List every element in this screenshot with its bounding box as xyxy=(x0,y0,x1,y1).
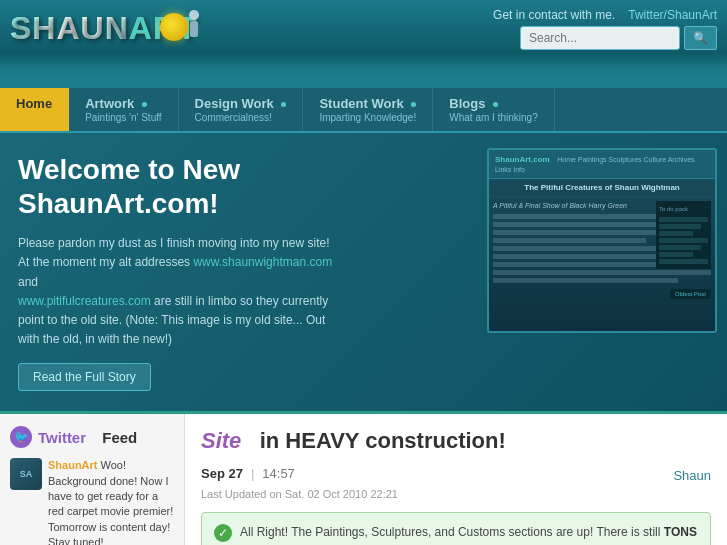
search-form: 🔍 xyxy=(520,26,717,50)
link-pitifulcreatures[interactable]: www.pitifulcreatures.com xyxy=(18,294,151,308)
site-header: SHAUNART Get in contact with me. Twitter… xyxy=(0,0,727,88)
screenshot-sidebar: To do pack xyxy=(656,201,711,269)
nav-dot-2 xyxy=(281,102,286,107)
tweet-content: ShaunArt Woo! Background done! Now I hav… xyxy=(48,458,174,545)
welcome-title: Welcome to New ShaunArt.com! xyxy=(18,153,298,220)
bottom-section: 🐦 Twitter Feed SA ShaunArt Woo! Backgrou… xyxy=(0,411,727,545)
nav-design-work[interactable]: Design Work Commercialness! xyxy=(179,88,304,131)
tweet-avatar: SA xyxy=(10,458,42,490)
welcome-section: Welcome to New ShaunArt.com! Please pard… xyxy=(0,133,727,411)
header-bottom-deco xyxy=(0,68,727,88)
search-button[interactable]: 🔍 xyxy=(684,26,717,50)
screenshot-inner: ShaunArt.com Home Paintings Sculptures C… xyxy=(489,150,715,331)
last-updated: Last Updated on Sat. 02 Oct 2010 22:21 xyxy=(201,488,711,500)
post-date: Sep 27 xyxy=(201,466,243,481)
main-nav: Home Artwork Paintings 'n' Stuff Design … xyxy=(0,88,727,133)
post-header: Sep 27 | 14:57 Shaun xyxy=(201,466,711,485)
nav-student-work[interactable]: Student Work Imparting Knowledge! xyxy=(303,88,433,131)
nav-dot xyxy=(142,102,147,107)
contact-text: Get in contact with me. Twitter/ShaunArt xyxy=(493,8,717,22)
notice-box: ✓ All Right! The Paintings, Sculptures, … xyxy=(201,512,711,545)
main-content: Site in HEAVY construction! Sep 27 | 14:… xyxy=(185,414,727,545)
nav-blogs[interactable]: Blogs What am I thinking? xyxy=(433,88,554,131)
nav-artwork[interactable]: Artwork Paintings 'n' Stuff xyxy=(69,88,178,131)
welcome-text-area: Welcome to New ShaunArt.com! Please pard… xyxy=(18,153,338,391)
nav-dot-4 xyxy=(493,102,498,107)
tweet-item: SA ShaunArt Woo! Background done! Now I … xyxy=(10,458,174,545)
nav-dot-3 xyxy=(411,102,416,107)
screenshot-header: ShaunArt.com Home Paintings Sculptures C… xyxy=(489,150,715,179)
link-shaunwightman[interactable]: www.shaunwightman.com xyxy=(193,255,332,269)
screenshot-body: To do pack A Pitiful & Final Show of Bla… xyxy=(489,197,715,331)
construction-title: Site in HEAVY construction! xyxy=(201,428,711,454)
notice-icon: ✓ xyxy=(214,524,232,542)
notice-text: All Right! The Paintings, Sculptures, an… xyxy=(240,523,698,545)
post-meta: Sep 27 | 14:57 xyxy=(201,466,295,481)
welcome-body: Please pardon my dust as I finish moving… xyxy=(18,234,338,349)
twitter-feed-section: 🐦 Twitter Feed SA ShaunArt Woo! Backgrou… xyxy=(0,414,185,545)
nav-home[interactable]: Home xyxy=(0,88,69,131)
nav-inner: Home Artwork Paintings 'n' Stuff Design … xyxy=(0,88,727,131)
post-author-link[interactable]: Shaun xyxy=(673,468,711,483)
site-logo[interactable]: SHAUNART xyxy=(10,10,198,47)
screenshot-subtitle: The Pitiful Creatures of Shaun Wightman xyxy=(489,179,715,197)
read-more-button[interactable]: Read the Full Story xyxy=(18,363,151,391)
post-time: 14:57 xyxy=(262,466,295,481)
search-input[interactable] xyxy=(520,26,680,50)
header-right: Get in contact with me. Twitter/ShaunArt… xyxy=(493,8,717,50)
twitter-icon: 🐦 xyxy=(10,426,32,448)
twitter-feed-header: 🐦 Twitter Feed xyxy=(10,426,174,448)
welcome-screenshot: ShaunArt.com Home Paintings Sculptures C… xyxy=(487,148,717,333)
